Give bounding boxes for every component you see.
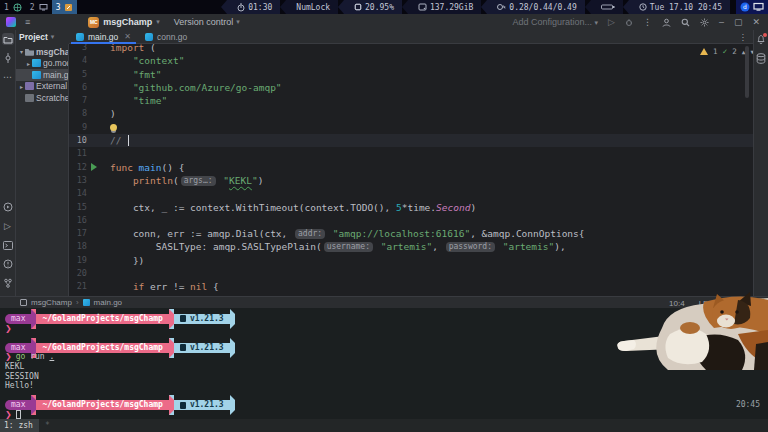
tab-conn-go[interactable]: conn.go <box>138 30 194 43</box>
line-separator[interactable]: LF <box>699 299 708 308</box>
git-tool-icon[interactable] <box>2 277 14 289</box>
code-token: "artemis" <box>375 240 432 253</box>
tmux-window-item[interactable]: 1: zsh <box>0 419 39 432</box>
editor-line-18[interactable]: 18 SASLType: amqp.SASLTypePlain(username… <box>69 240 753 253</box>
notifications-bell-icon[interactable] <box>756 34 766 44</box>
terminal[interactable]: max~/GolandProjects/msgChampv1.21.3 ❯ ma… <box>0 308 768 419</box>
tree-item-main-go[interactable]: main.go <box>16 69 68 81</box>
code-token: nil <box>190 280 207 293</box>
run-gutter-icon[interactable] <box>91 163 97 171</box>
editor-line-9[interactable]: 9 <box>69 121 753 134</box>
problems-tool-icon[interactable] <box>2 258 14 270</box>
editor-line-19[interactable]: 19 }) <box>69 254 753 267</box>
project-selector[interactable]: MC msgChamp ▾ <box>88 17 160 28</box>
run-tool-icon[interactable]: ▷ <box>2 220 14 232</box>
tab-main-go[interactable]: main.go ✕ <box>69 30 138 43</box>
breadcrumb-project[interactable]: msgChamp <box>31 298 72 307</box>
project-tool-icon[interactable] <box>2 33 14 45</box>
tab-label: conn.go <box>157 32 187 42</box>
commit-tool-icon[interactable] <box>2 52 14 64</box>
intention-bulb-icon[interactable] <box>110 124 117 131</box>
editor-line-21[interactable]: 21 if err != nil { <box>69 280 753 293</box>
terminal-tool-icon[interactable] <box>2 239 14 251</box>
window-maximize-icon[interactable]: ▢ <box>734 17 743 27</box>
tree-item-msgchamp[interactable]: ▾msgChamp <box>16 46 68 58</box>
editor-line-8[interactable]: 8) <box>69 107 753 120</box>
editor-line-7[interactable]: 7 "time" <box>69 94 753 107</box>
prompt-path-segment: ~/GolandProjects/msgChamp <box>36 343 168 353</box>
code-token: main <box>139 161 162 174</box>
editor-options-icon[interactable]: ⋮ <box>739 32 748 42</box>
project-tree: ▾msgChamp▸go.modmain.go▸External LibrScr… <box>16 44 69 296</box>
workspace-3[interactable]: 3 <box>52 0 78 14</box>
editor-line-11[interactable]: 11 <box>69 147 753 160</box>
editor-scrollbar[interactable] <box>745 46 749 98</box>
more-actions-icon[interactable]: ⋮ <box>643 17 652 27</box>
window-minimize-icon[interactable]: – <box>719 17 724 27</box>
editor-line-4[interactable]: 4 "context" <box>69 54 753 67</box>
docker-tray-icon[interactable]: d <box>740 2 750 12</box>
editor-line-3[interactable]: 3import ( <box>69 44 753 54</box>
prompt-user-segment: max <box>5 314 31 324</box>
go-file-icon <box>83 299 90 306</box>
code-token: import <box>110 44 144 54</box>
code-token: SASLType: amqp.SASLTypePlain( <box>110 240 322 253</box>
editor-line-20[interactable]: 20 <box>69 267 753 280</box>
line-number: 16 <box>69 214 87 227</box>
run-configuration-selector[interactable]: Add Configuration... ▾ <box>512 17 598 27</box>
search-icon[interactable] <box>681 18 690 27</box>
line-number: 8 <box>69 107 87 120</box>
workspace-1[interactable]: 1 <box>0 0 26 14</box>
services-tool-icon[interactable] <box>2 201 14 213</box>
clock-block: Tue 17.10 20:45 <box>629 0 730 14</box>
more-tool-windows-icon[interactable]: ⋯ <box>2 71 14 83</box>
go-file-icon <box>145 33 153 41</box>
editor-line-10[interactable]: 10// <box>69 134 753 147</box>
right-tool-stripe <box>753 30 768 296</box>
tree-item-go-mod[interactable]: ▸go.mod <box>16 58 68 70</box>
editor-line-12[interactable]: 12func main() { <box>69 161 753 174</box>
main-menu-icon[interactable]: ≡ <box>25 17 30 27</box>
warning-count: 1 <box>713 47 718 56</box>
code-token: "fmt" <box>110 68 161 81</box>
user-account-icon[interactable] <box>662 18 671 27</box>
tree-expand-icon[interactable]: ▾ <box>18 48 25 55</box>
code-token: { <box>207 280 218 293</box>
editor-line-16[interactable]: 16 <box>69 214 753 227</box>
text-cursor <box>128 135 129 146</box>
debug-button-icon[interactable] <box>625 18 633 27</box>
terminal-cursor <box>16 410 21 419</box>
cpu-icon <box>497 3 506 11</box>
display-tray-icon[interactable] <box>753 2 764 12</box>
project-crumb-icon <box>20 299 27 306</box>
vcs-widget[interactable]: Version control ▾ <box>174 17 240 27</box>
go-file-icon <box>76 33 84 41</box>
tree-item-scratches-a[interactable]: Scratches a <box>16 92 68 104</box>
editor-line-13[interactable]: 13 println(args…: "KEKL") <box>69 174 753 187</box>
code-editor[interactable]: 3import (4 "context"5 "fmt"6 "github.com… <box>69 44 753 296</box>
goland-app-icon[interactable] <box>6 17 16 27</box>
tree-item-external-libr[interactable]: ▸External Libr <box>16 81 68 93</box>
tree-expand-icon[interactable]: ▸ <box>18 83 25 90</box>
editor-line-6[interactable]: 6 "github.com/Azure/go-amqp" <box>69 81 753 94</box>
database-tool-icon[interactable] <box>756 53 766 64</box>
tab-close-icon[interactable]: ✕ <box>124 32 131 41</box>
caret-position[interactable]: 10:4 <box>669 299 685 308</box>
breadcrumb-file[interactable]: main.go <box>94 298 122 307</box>
tmux-window-flag: * <box>45 421 50 430</box>
editor-line-17[interactable]: 17 conn, err := amqp.Dial(ctx, addr: "am… <box>69 227 753 240</box>
line-number: 20 <box>69 267 87 280</box>
line-number: 3 <box>69 44 87 54</box>
uptime-value: 01:30 <box>248 3 272 12</box>
run-button-icon[interactable]: ▷ <box>608 17 615 27</box>
editor-line-14[interactable]: 14 <box>69 187 753 200</box>
project-panel-header[interactable]: Project ▾ <box>16 30 69 44</box>
workspace-2[interactable]: 2 <box>26 0 52 14</box>
settings-gear-icon[interactable] <box>700 18 709 27</box>
scratch-icon <box>25 94 34 102</box>
editor-line-15[interactable]: 15 ctx, _ := context.WithTimeout(context… <box>69 201 753 214</box>
window-close-icon[interactable]: ✕ <box>752 17 760 27</box>
editor-line-5[interactable]: 5 "fmt" <box>69 68 753 81</box>
tree-expand-icon[interactable]: ▸ <box>25 60 32 67</box>
prompt-go-version-segment: v1.21.3 <box>174 343 230 353</box>
